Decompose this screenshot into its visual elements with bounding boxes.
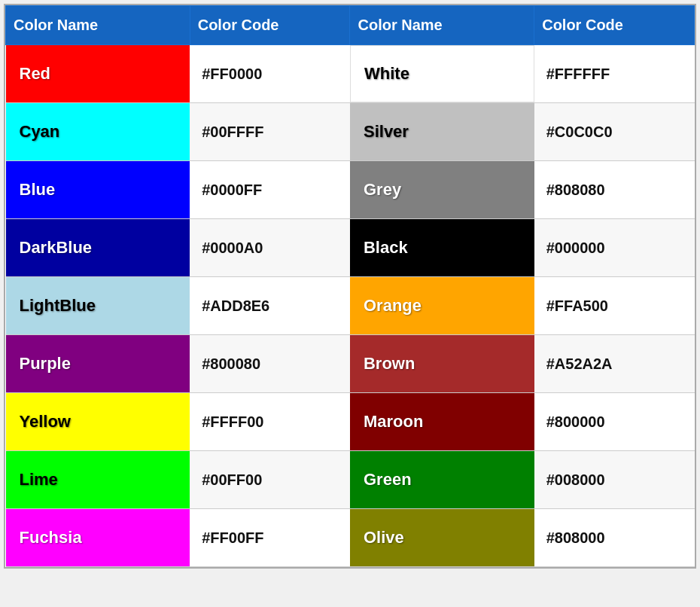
right-color-code: #FFFFFF	[534, 45, 695, 103]
left-color-code: #FF00FF	[190, 509, 350, 567]
right-color-swatch: Grey	[350, 161, 534, 218]
header-col1: Color Name	[6, 6, 190, 45]
table-row: Lime#00FF00Green#008000	[6, 451, 695, 509]
right-color-swatch: Maroon	[350, 393, 534, 450]
right-color-cell: Black	[350, 219, 534, 277]
table-row: Cyan#00FFFFSilver#C0C0C0	[6, 103, 695, 161]
left-color-swatch: DarkBlue	[6, 219, 190, 276]
right-color-cell: Brown	[350, 335, 534, 393]
left-color-swatch: Purple	[6, 335, 190, 392]
right-color-swatch: Orange	[350, 277, 534, 334]
right-color-cell: Grey	[350, 161, 534, 219]
right-color-code: #FFA500	[534, 277, 695, 335]
right-color-swatch: Green	[350, 451, 534, 508]
right-color-code: #A52A2A	[534, 335, 695, 393]
right-color-cell: Olive	[350, 509, 534, 567]
left-color-code: #00FFFF	[190, 103, 350, 161]
left-color-cell: Fuchsia	[6, 509, 190, 567]
right-color-cell: Silver	[350, 103, 534, 161]
right-color-swatch: Olive	[350, 509, 534, 566]
right-color-cell: White	[350, 45, 534, 103]
header-col4: Color Code	[534, 6, 695, 45]
header-row: Color Name Color Code Color Name Color C…	[6, 6, 695, 45]
left-color-cell: DarkBlue	[6, 219, 190, 277]
right-color-cell: Orange	[350, 277, 534, 335]
left-color-swatch: Lime	[6, 451, 190, 508]
header-col3: Color Name	[350, 6, 534, 45]
left-color-swatch: LightBlue	[6, 277, 190, 334]
table-row: Red#FF0000White#FFFFFF	[6, 45, 695, 103]
left-color-code: #ADD8E6	[190, 277, 350, 335]
left-color-swatch: Fuchsia	[6, 509, 190, 566]
left-color-cell: Lime	[6, 451, 190, 509]
left-color-cell: Blue	[6, 161, 190, 219]
left-color-code: #FFFF00	[190, 393, 350, 451]
right-color-code: #800000	[534, 393, 695, 451]
right-color-code: #808080	[534, 161, 695, 219]
left-color-cell: Red	[6, 45, 190, 103]
left-color-code: #0000A0	[190, 219, 350, 277]
table-row: LightBlue#ADD8E6Orange#FFA500	[6, 277, 695, 335]
table-row: Purple#800080Brown#A52A2A	[6, 335, 695, 393]
left-color-swatch: Red	[6, 45, 190, 102]
right-color-code: #808000	[534, 509, 695, 567]
left-color-code: #0000FF	[190, 161, 350, 219]
table-row: Yellow#FFFF00Maroon#800000	[6, 393, 695, 451]
right-color-swatch: Brown	[350, 335, 534, 392]
table-row: Blue#0000FFGrey#808080	[6, 161, 695, 219]
left-color-code: #800080	[190, 335, 350, 393]
left-color-code: #00FF00	[190, 451, 350, 509]
table-body: Red#FF0000White#FFFFFFCyan#00FFFFSilver#…	[6, 45, 695, 567]
right-color-swatch: White	[350, 45, 534, 102]
left-color-code: #FF0000	[190, 45, 350, 103]
right-color-code: #008000	[534, 451, 695, 509]
left-color-swatch: Cyan	[6, 103, 190, 160]
right-color-cell: Green	[350, 451, 534, 509]
table-row: DarkBlue#0000A0Black#000000	[6, 219, 695, 277]
left-color-swatch: Yellow	[6, 393, 190, 450]
left-color-cell: LightBlue	[6, 277, 190, 335]
color-table-wrapper: Color Name Color Code Color Name Color C…	[4, 4, 696, 569]
header-col2: Color Code	[190, 6, 350, 45]
table-row: Fuchsia#FF00FFOlive#808000	[6, 509, 695, 567]
color-table: Color Name Color Code Color Name Color C…	[5, 5, 695, 567]
right-color-cell: Maroon	[350, 393, 534, 451]
left-color-swatch: Blue	[6, 161, 190, 218]
right-color-code: #000000	[534, 219, 695, 277]
right-color-code: #C0C0C0	[534, 103, 695, 161]
right-color-swatch: Silver	[350, 103, 534, 160]
left-color-cell: Purple	[6, 335, 190, 393]
right-color-swatch: Black	[350, 219, 534, 276]
left-color-cell: Cyan	[6, 103, 190, 161]
left-color-cell: Yellow	[6, 393, 190, 451]
